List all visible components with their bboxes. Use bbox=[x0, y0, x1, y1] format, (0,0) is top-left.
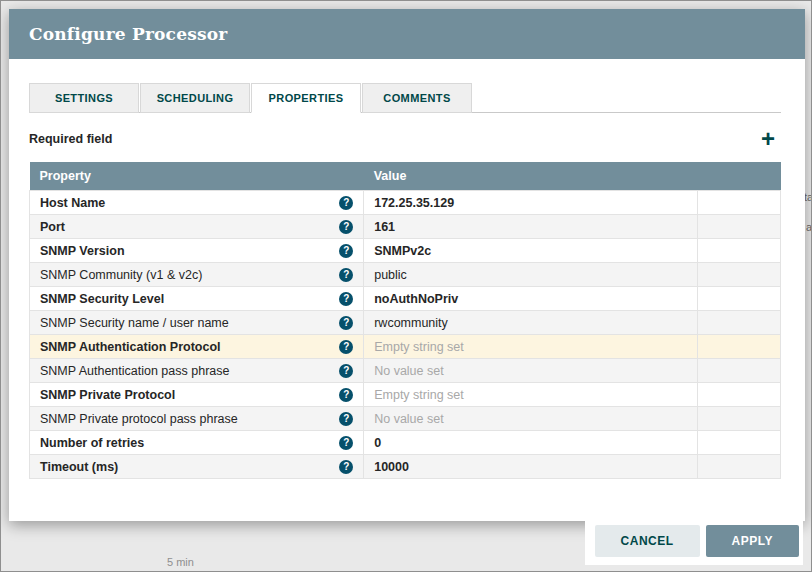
backdrop-text-5min: 5 min bbox=[167, 556, 194, 568]
property-value[interactable]: 172.25.35.129 bbox=[364, 191, 698, 215]
property-value[interactable]: rwcommunity bbox=[364, 311, 698, 335]
help-icon[interactable]: ? bbox=[339, 316, 353, 330]
row-spacer-cell bbox=[698, 191, 781, 215]
properties-table-header: PropertyValue bbox=[30, 162, 781, 191]
configure-processor-dialog: Configure Processor SETTINGSSCHEDULINGPR… bbox=[9, 9, 805, 521]
table-row[interactable]: SNMP Authentication Protocol?Empty strin… bbox=[30, 335, 781, 359]
property-value[interactable]: 10000 bbox=[364, 455, 698, 479]
property-value[interactable]: Empty string set bbox=[364, 383, 698, 407]
property-name: Host Name bbox=[40, 196, 105, 210]
property-name-cell: SNMP Version? bbox=[30, 239, 364, 263]
property-name-cell: Port? bbox=[30, 215, 364, 239]
table-row[interactable]: Port?161 bbox=[30, 215, 781, 239]
help-icon[interactable]: ? bbox=[339, 220, 353, 234]
column-header bbox=[698, 162, 781, 191]
table-row[interactable]: SNMP Community (v1 & v2c)?public bbox=[30, 263, 781, 287]
property-name-cell: SNMP Community (v1 & v2c)? bbox=[30, 263, 364, 287]
property-value[interactable]: 0 bbox=[364, 431, 698, 455]
help-icon[interactable]: ? bbox=[339, 292, 353, 306]
tab-comments[interactable]: COMMENTS bbox=[362, 83, 472, 113]
row-spacer-cell bbox=[698, 383, 781, 407]
property-value[interactable]: Empty string set bbox=[364, 335, 698, 359]
property-name: SNMP Community (v1 & v2c) bbox=[40, 268, 202, 282]
help-icon[interactable]: ? bbox=[339, 388, 353, 402]
help-icon[interactable]: ? bbox=[339, 196, 353, 210]
table-row[interactable]: SNMP Authentication pass phrase?No value… bbox=[30, 359, 781, 383]
backdrop-text-fragment: a bbox=[806, 221, 812, 233]
row-spacer-cell bbox=[698, 335, 781, 359]
property-name: SNMP Security Level bbox=[40, 292, 164, 306]
row-spacer-cell bbox=[698, 311, 781, 335]
screen: 5 min ta a Configure Processor SETTINGSS… bbox=[0, 0, 812, 572]
property-name: SNMP Security name / user name bbox=[40, 316, 229, 330]
property-name-cell: Timeout (ms)? bbox=[30, 455, 364, 479]
property-name: Port bbox=[40, 220, 65, 234]
property-value[interactable]: noAuthNoPriv bbox=[364, 287, 698, 311]
dialog-title: Configure Processor bbox=[29, 24, 227, 44]
property-name: SNMP Authentication Protocol bbox=[40, 340, 221, 354]
property-name-cell: SNMP Security name / user name? bbox=[30, 311, 364, 335]
help-icon[interactable]: ? bbox=[339, 364, 353, 378]
add-property-button[interactable]: + bbox=[755, 128, 781, 150]
table-row[interactable]: Timeout (ms)?10000 bbox=[30, 455, 781, 479]
required-field-label: Required field bbox=[29, 132, 112, 146]
row-spacer-cell bbox=[698, 215, 781, 239]
row-spacer-cell bbox=[698, 287, 781, 311]
help-icon[interactable]: ? bbox=[339, 460, 353, 474]
table-row[interactable]: SNMP Private protocol pass phrase?No val… bbox=[30, 407, 781, 431]
property-name-cell: SNMP Security Level? bbox=[30, 287, 364, 311]
dialog-header: Configure Processor bbox=[9, 9, 805, 59]
help-icon[interactable]: ? bbox=[339, 436, 353, 450]
help-icon[interactable]: ? bbox=[339, 412, 353, 426]
property-name-cell: Number of retries? bbox=[30, 431, 364, 455]
property-name-cell: SNMP Authentication Protocol? bbox=[30, 335, 364, 359]
cancel-button[interactable]: CANCEL bbox=[595, 525, 700, 557]
row-spacer-cell bbox=[698, 359, 781, 383]
dialog-body: SETTINGSSCHEDULINGPROPERTIESCOMMENTS Req… bbox=[9, 59, 805, 479]
dialog-footer: CANCEL APPLY bbox=[585, 517, 803, 565]
help-icon[interactable]: ? bbox=[339, 244, 353, 258]
backdrop-text-fragment: ta bbox=[804, 191, 812, 203]
property-name: SNMP Version bbox=[40, 244, 125, 258]
properties-toolbar: Required field + bbox=[29, 126, 781, 152]
table-row[interactable]: Number of retries?0 bbox=[30, 431, 781, 455]
property-name-cell: SNMP Authentication pass phrase? bbox=[30, 359, 364, 383]
properties-table-body: Host Name?172.25.35.129Port?161SNMP Vers… bbox=[30, 191, 781, 479]
property-name-cell: SNMP Private protocol pass phrase? bbox=[30, 407, 364, 431]
row-spacer-cell bbox=[698, 407, 781, 431]
apply-button[interactable]: APPLY bbox=[706, 525, 799, 557]
property-value[interactable]: public bbox=[364, 263, 698, 287]
help-icon[interactable]: ? bbox=[339, 340, 353, 354]
property-value[interactable]: SNMPv2c bbox=[364, 239, 698, 263]
column-header: Property bbox=[30, 162, 364, 191]
property-name-cell: SNMP Private Protocol? bbox=[30, 383, 364, 407]
column-header: Value bbox=[364, 162, 698, 191]
table-row[interactable]: SNMP Version?SNMPv2c bbox=[30, 239, 781, 263]
help-icon[interactable]: ? bbox=[339, 268, 353, 282]
tab-bar: SETTINGSSCHEDULINGPROPERTIESCOMMENTS bbox=[29, 83, 781, 113]
row-spacer-cell bbox=[698, 431, 781, 455]
row-spacer-cell bbox=[698, 239, 781, 263]
property-name: Number of retries bbox=[40, 436, 144, 450]
property-name-cell: Host Name? bbox=[30, 191, 364, 215]
table-row[interactable]: SNMP Security name / user name?rwcommuni… bbox=[30, 311, 781, 335]
table-row[interactable]: SNMP Security Level?noAuthNoPriv bbox=[30, 287, 781, 311]
tab-properties[interactable]: PROPERTIES bbox=[251, 83, 361, 113]
properties-table: PropertyValue Host Name?172.25.35.129Por… bbox=[29, 162, 781, 479]
property-value[interactable]: 161 bbox=[364, 215, 698, 239]
property-name: SNMP Private protocol pass phrase bbox=[40, 412, 238, 426]
tab-settings[interactable]: SETTINGS bbox=[29, 83, 139, 113]
property-name: SNMP Authentication pass phrase bbox=[40, 364, 229, 378]
property-name: SNMP Private Protocol bbox=[40, 388, 175, 402]
table-row[interactable]: SNMP Private Protocol?Empty string set bbox=[30, 383, 781, 407]
tab-scheduling[interactable]: SCHEDULING bbox=[140, 83, 250, 113]
property-value[interactable]: No value set bbox=[364, 407, 698, 431]
table-row[interactable]: Host Name?172.25.35.129 bbox=[30, 191, 781, 215]
row-spacer-cell bbox=[698, 455, 781, 479]
property-name: Timeout (ms) bbox=[40, 460, 118, 474]
row-spacer-cell bbox=[698, 263, 781, 287]
property-value[interactable]: No value set bbox=[364, 359, 698, 383]
